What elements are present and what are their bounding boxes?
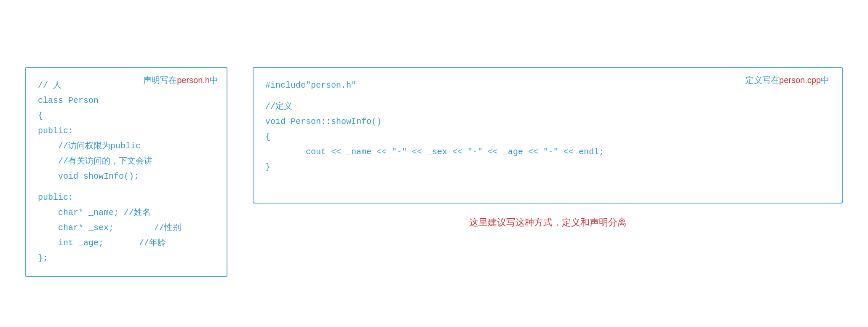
code-line-def-open-brace: { [265, 129, 830, 145]
code-line-access-comment2: //有关访问的，下文会讲 [38, 154, 215, 169]
right-panel: 定义写在person.cpp中 #include"person.h" //定义 … [253, 67, 843, 204]
bottom-note: 这里建议写这种方式，定义和声明分离 [469, 216, 627, 229]
left-annotation-suffix: 中 [210, 75, 218, 85]
code-line-access-comment: //访问权限为public [38, 139, 215, 154]
spacer5 [265, 187, 830, 193]
left-code-block: // 人 class Person { public: //访问权限为publi… [38, 78, 215, 266]
code-line-name: char* _name; //姓名 [38, 205, 215, 220]
spacer4 [265, 181, 830, 187]
code-line-def-close-brace: } [265, 160, 830, 175]
code-line-public2: public: [38, 190, 215, 205]
code-line-showinfo-def: void Person::showInfo() [265, 114, 830, 129]
left-annotation-highlight: person.h [177, 75, 210, 85]
spacer2 [265, 93, 830, 99]
right-code-block: #include"person.h" //定义 void Person::sho… [265, 78, 830, 193]
code-line-open-brace: { [38, 108, 215, 123]
code-line-age: int _age; //年龄 [38, 236, 215, 251]
right-annotation-suffix: 中 [821, 75, 829, 85]
code-line-sex: char* _sex; //性别 [38, 220, 215, 236]
code-line-close-brace: }; [38, 251, 215, 266]
spacer3 [265, 175, 830, 181]
right-annotation: 定义写在person.cpp中 [745, 75, 829, 86]
code-line-cout: cout << _name << "-" << _sex << "-" << _… [265, 145, 830, 160]
left-annotation: 声明写在person.h中 [143, 75, 218, 86]
code-line-public1: public: [38, 123, 215, 139]
left-panel: 声明写在person.h中 // 人 class Person { public… [25, 67, 227, 277]
right-section: 定义写在person.cpp中 #include"person.h" //定义 … [253, 67, 843, 229]
code-line-showinfo-decl: void showInfo(); [38, 169, 215, 184]
panels-row: 声明写在person.h中 // 人 class Person { public… [25, 67, 843, 277]
code-line-def-comment: //定义 [265, 99, 830, 114]
page-container: 声明写在person.h中 // 人 class Person { public… [8, 8, 860, 327]
code-line-class-person: class Person [38, 93, 215, 108]
right-annotation-highlight: person.cpp [779, 75, 821, 85]
right-annotation-prefix: 定义写在 [745, 75, 779, 85]
spacer1 [38, 184, 215, 190]
left-annotation-prefix: 声明写在 [143, 75, 177, 85]
